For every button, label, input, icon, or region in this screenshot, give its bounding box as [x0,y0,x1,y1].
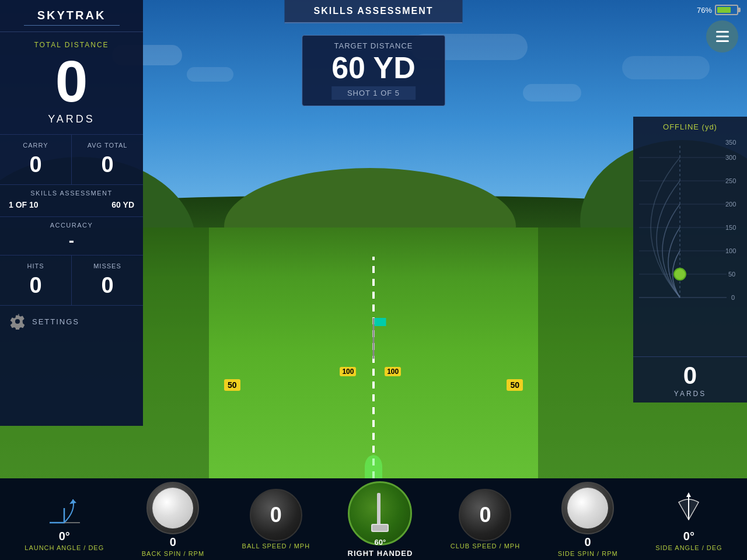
svg-point-16 [674,268,686,280]
launch-angle-label: LAUNCH ANGLE / DEG [25,544,104,551]
svg-text:300: 300 [725,154,736,161]
skills-section-header: SKILLS ASSESSMENT [9,190,134,197]
club-degree: 60° [375,538,386,547]
cloud [523,84,581,102]
cloud [622,56,710,79]
avg-total-label: AVG TOTAL [81,142,134,149]
settings-row[interactable]: SETTINGS [0,306,143,337]
gear-icon [9,313,26,330]
marker-100-left: 100 [340,367,356,376]
total-distance-section: TOTAL DISTANCE 0 YARDS [0,32,143,135]
ball-speed-circle: 0 [250,489,302,541]
avg-total-value: 0 [81,152,134,177]
battery-percent: 76% [697,6,712,15]
golf-ball-icon-2 [567,488,608,528]
svg-text:350: 350 [725,139,736,146]
skills-row: 1 OF 10 60 YD [9,200,134,209]
offline-bottom: 0 YARDS [633,356,747,402]
launch-angle-icon [44,488,85,528]
app-logo: SKYTRAK [12,9,131,22]
back-spin-item: 0 BACK SPIN / RPM [142,482,204,557]
svg-text:150: 150 [725,224,736,231]
menu-button[interactable] [706,20,738,52]
settings-label: SETTINGS [32,317,79,326]
total-distance-yards: YARDS [12,113,131,125]
logo-underline [24,25,120,26]
skills-of: 1 OF 10 [9,200,39,209]
svg-text:50: 50 [728,271,735,278]
accuracy-section: ACCURACY - [0,217,143,256]
misses-value: 0 [81,273,134,298]
top-header: SKILLS ASSESSMENT [285,0,463,23]
hits-misses-row: HITS 0 MISSES 0 [0,256,143,306]
offline-chart: 0 50 100 150 200 250 300 350 [633,134,747,356]
total-distance-label: TOTAL DISTANCE [12,41,131,49]
hits-label: HITS [9,262,62,270]
left-panel: SKYTRAK TOTAL DISTANCE 0 YARDS CARRY 0 A… [0,0,143,426]
offline-label: OFFLINE (yd) [663,117,717,134]
back-spin-label: BACK SPIN / RPM [142,550,204,557]
accuracy-value: - [9,232,134,250]
offline-yards-value: 0 [633,362,747,390]
target-distance-box: TARGET DISTANCE 60 YD SHOT 1 OF 5 [302,35,445,106]
club-speed-label: CLUB SPEED / MPH [451,542,520,550]
side-angle-item: 0° SIDE ANGLE / DEG [655,488,722,551]
club-svg [359,490,400,537]
marker-50-right: 50 [507,379,523,391]
club-circle: 60° [348,481,412,545]
target-distance-label: TARGET DISTANCE [331,41,416,50]
battery-fill [717,7,731,13]
tee-glow [365,455,382,478]
club-item: 60° RIGHT HANDED [348,481,413,558]
club-speed-circle: 0 [459,489,511,541]
carry-col: CARRY 0 [0,135,72,184]
back-spin-ball [146,482,199,534]
misses-label: MISSES [81,262,134,270]
total-distance-value: 0 [12,52,131,110]
bottom-bar: 0° LAUNCH ANGLE / DEG 0 BACK SPIN / RPM … [0,478,747,560]
side-angle-label: SIDE ANGLE / DEG [655,544,722,551]
marker-50-left: 50 [224,379,240,391]
side-angle-icon [668,488,709,528]
club-speed-item: 0 CLUB SPEED / MPH [451,489,520,550]
golf-ball-icon [152,488,193,528]
offline-yards-label: YARDS [633,390,747,398]
offline-chart-svg: 0 50 100 150 200 250 300 350 [633,134,747,315]
logo-area: SKYTRAK [0,0,143,32]
svg-text:250: 250 [725,177,736,184]
mode-title-bar: SKILLS ASSESSMENT [285,0,463,23]
back-spin-value: 0 [170,536,176,549]
accuracy-label: ACCURACY [9,222,134,229]
side-spin-label: SIDE SPIN / RPM [558,550,618,557]
marker-100-right: 100 [385,367,401,376]
club-speed-value: 0 [479,503,491,527]
avg-total-col: AVG TOTAL 0 [72,135,143,184]
svg-text:200: 200 [725,201,736,208]
hits-col: HITS 0 [0,256,72,305]
side-spin-ball [561,482,614,534]
launch-angle-item: 0° LAUNCH ANGLE / DEG [25,488,104,551]
hits-value: 0 [9,273,62,298]
svg-rect-21 [372,525,388,531]
battery-tip [738,8,741,12]
flag-post [373,318,375,359]
skills-section: SKILLS ASSESSMENT 1 OF 10 60 YD [0,185,143,217]
cloud [187,67,233,82]
menu-line [716,31,729,33]
carry-label: CARRY [9,142,62,149]
misses-col: MISSES 0 [72,256,143,305]
side-angle-value: 0° [683,530,694,543]
mode-title: SKILLS ASSESSMENT [314,6,434,16]
svg-marker-23 [686,492,691,497]
carry-avg-row: CARRY 0 AVG TOTAL 0 [0,135,143,185]
carry-value: 0 [9,152,62,177]
right-panel: OFFLINE (yd) 0 50 100 150 200 250 300 35… [633,117,747,402]
club-hand-label: RIGHT HANDED [348,549,413,558]
ball-speed-value: 0 [270,503,282,527]
battery-area: 76% [697,5,738,15]
menu-line [716,36,729,37]
battery-body [715,5,738,15]
shot-info: SHOT 1 OF 5 [331,86,416,100]
svg-text:100: 100 [725,247,736,254]
side-spin-item: 0 SIDE SPIN / RPM [558,482,618,557]
